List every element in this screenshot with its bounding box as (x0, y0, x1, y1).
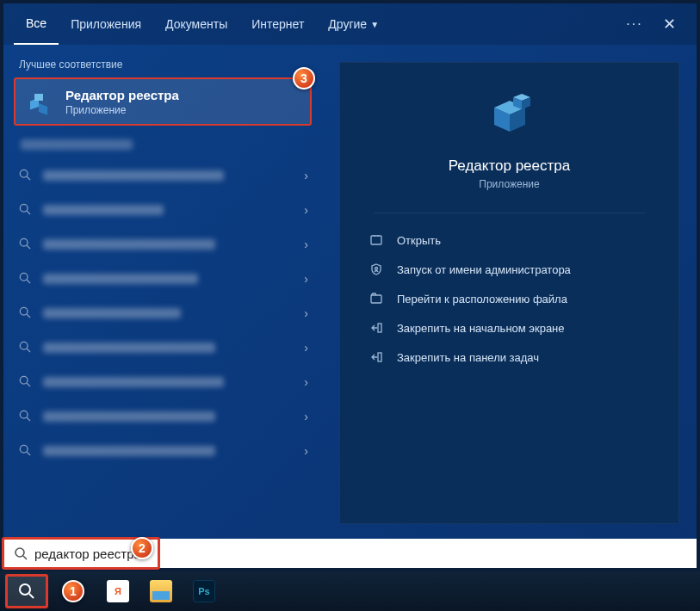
svg-line-35 (29, 594, 34, 598)
search-icon (19, 444, 33, 458)
tab-internet[interactable]: Интернет (239, 3, 316, 45)
chevron-down-icon: ▼ (370, 20, 379, 29)
chevron-right-icon: › (304, 238, 308, 251)
annotation-1: 1 (62, 580, 84, 602)
svg-line-14 (27, 349, 30, 352)
svg-point-32 (15, 548, 24, 557)
blurred-result[interactable]: › (19, 365, 313, 399)
tab-more[interactable]: Другие ▼ (316, 3, 391, 45)
yandex-icon: Я (107, 580, 129, 602)
photoshop-icon: Ps (193, 580, 215, 602)
svg-line-12 (27, 314, 30, 318)
action-label: Закрепить на панели задач (397, 351, 539, 364)
taskbar-photoshop[interactable]: Ps (183, 574, 226, 608)
svg-point-28 (375, 268, 378, 270)
chevron-right-icon: › (304, 375, 308, 389)
chevron-right-icon: › (304, 410, 308, 423)
close-button[interactable]: ✕ (652, 3, 686, 45)
svg-point-17 (20, 410, 28, 418)
chevron-right-icon: › (304, 306, 308, 320)
search-icon (19, 410, 33, 423)
tab-apps[interactable]: Приложения (59, 3, 153, 45)
tab-more-label: Другие (328, 17, 367, 31)
svg-rect-1 (39, 103, 47, 115)
taskbar-yandex[interactable]: Я (96, 574, 139, 608)
svg-point-34 (20, 584, 30, 595)
blurred-result[interactable]: › (19, 296, 313, 330)
taskbar: 1 Я Ps (0, 571, 700, 611)
windows-search-panel: Все Приложения Документы Интернет Другие… (3, 3, 697, 541)
search-icon (19, 203, 33, 217)
svg-line-10 (27, 280, 30, 283)
svg-line-8 (27, 245, 30, 249)
svg-point-13 (20, 342, 28, 349)
search-icon (19, 169, 33, 182)
svg-rect-29 (371, 295, 381, 303)
svg-point-9 (20, 273, 28, 281)
search-tabs: Все Приложения Документы Интернет Другие… (3, 3, 697, 45)
action-label: Открыть (397, 234, 441, 247)
action-label: Перейти к расположению файла (397, 293, 567, 306)
svg-point-11 (20, 307, 28, 315)
chevron-right-icon: › (304, 341, 308, 355)
svg-point-15 (20, 376, 28, 384)
web-results-blurred: › › › › › › › › (3, 129, 322, 541)
svg-rect-27 (371, 236, 381, 244)
taskbar-search-button[interactable] (5, 574, 48, 608)
action-open[interactable]: Открыть (361, 225, 658, 255)
action-label: Запуск от имени администратора (397, 263, 571, 276)
tab-all[interactable]: Все (14, 3, 59, 45)
svg-line-4 (27, 176, 30, 180)
action-label: Закрепить на начальном экране (397, 322, 565, 335)
blurred-result[interactable]: › (19, 330, 313, 365)
pin-start-icon (368, 321, 385, 335)
chevron-right-icon: › (304, 203, 308, 217)
search-icon (19, 306, 33, 320)
explorer-icon (150, 580, 172, 602)
search-icon (19, 375, 33, 389)
tab-documents[interactable]: Документы (153, 3, 239, 45)
svg-rect-30 (378, 324, 381, 332)
action-pin-task[interactable]: Закрепить на панели задач (361, 343, 658, 372)
pin-task-icon (368, 350, 385, 364)
preview-subtitle: Приложение (479, 178, 539, 190)
blurred-result[interactable]: › (19, 434, 313, 468)
action-location[interactable]: Перейти к расположению файла (361, 284, 658, 313)
admin-icon (368, 262, 385, 276)
chevron-right-icon: › (304, 169, 308, 182)
best-match-item[interactable]: Редактор реестра Приложение 3 (14, 77, 312, 126)
annotation-2: 2 (131, 537, 153, 559)
svg-point-3 (20, 170, 28, 177)
blurred-result[interactable]: › (19, 227, 313, 262)
svg-rect-2 (34, 94, 43, 101)
section-best-match: Лучшее соответствие (3, 53, 322, 77)
location-icon (368, 292, 385, 306)
taskbar-explorer[interactable] (139, 574, 183, 608)
open-icon (368, 233, 385, 247)
best-match-type: Приложение (65, 104, 179, 116)
blurred-result[interactable]: › (19, 193, 313, 227)
regedit-large-icon (482, 89, 537, 144)
action-pin-start[interactable]: Закрепить на начальном экране (361, 313, 658, 343)
search-input-bar[interactable] (3, 539, 697, 568)
svg-line-20 (27, 452, 30, 455)
svg-line-16 (27, 383, 30, 386)
more-options-button[interactable]: ··· (617, 3, 652, 45)
chevron-right-icon: › (304, 272, 308, 286)
svg-line-33 (23, 556, 27, 559)
svg-line-18 (27, 417, 30, 421)
regedit-icon (26, 86, 57, 117)
blurred-result[interactable]: › (19, 399, 313, 434)
svg-line-6 (27, 211, 30, 214)
search-icon (14, 546, 28, 560)
search-icon (19, 238, 33, 251)
best-match-name: Редактор реестра (65, 88, 179, 102)
svg-rect-31 (378, 353, 381, 361)
blurred-result[interactable]: › (19, 158, 313, 193)
results-list: Лучшее соответствие Редактор реестра При… (3, 45, 322, 541)
divider (374, 213, 644, 213)
action-admin[interactable]: Запуск от имени администратора (361, 255, 658, 284)
preview-pane: Редактор реестра Приложение ОткрытьЗапус… (322, 45, 697, 541)
blurred-result[interactable]: › (19, 262, 313, 296)
search-icon (19, 341, 33, 355)
